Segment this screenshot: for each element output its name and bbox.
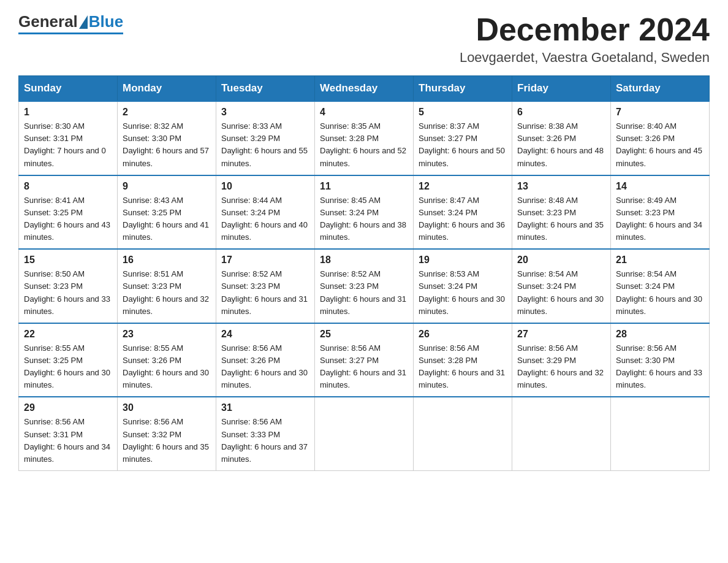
calendar-day-cell: 8Sunrise: 8:41 AMSunset: 3:25 PMDaylight…	[19, 175, 118, 250]
calendar-weekday-sunday: Sunday	[19, 76, 118, 102]
calendar-day-cell: 6Sunrise: 8:38 AMSunset: 3:26 PMDaylight…	[512, 101, 611, 175]
calendar-day-cell: 2Sunrise: 8:32 AMSunset: 3:30 PMDaylight…	[118, 101, 216, 175]
calendar-weekday-tuesday: Tuesday	[216, 76, 315, 102]
calendar-day-cell	[315, 397, 414, 470]
calendar-day-cell: 18Sunrise: 8:52 AMSunset: 3:23 PMDayligh…	[315, 249, 414, 323]
calendar-day-cell: 3Sunrise: 8:33 AMSunset: 3:29 PMDaylight…	[216, 101, 315, 175]
day-info: Sunrise: 8:56 AMSunset: 3:28 PMDaylight:…	[419, 342, 507, 392]
calendar-day-cell: 11Sunrise: 8:45 AMSunset: 3:24 PMDayligh…	[315, 175, 414, 250]
day-info: Sunrise: 8:55 AMSunset: 3:25 PMDaylight:…	[24, 342, 112, 392]
calendar-day-cell: 21Sunrise: 8:54 AMSunset: 3:24 PMDayligh…	[611, 249, 710, 323]
calendar-day-cell: 14Sunrise: 8:49 AMSunset: 3:23 PMDayligh…	[611, 175, 710, 250]
day-info: Sunrise: 8:56 AMSunset: 3:27 PMDaylight:…	[320, 342, 408, 392]
day-number: 12	[419, 181, 507, 192]
day-number: 10	[221, 181, 309, 192]
logo-blue-text: Blue	[89, 12, 123, 31]
calendar-day-cell: 24Sunrise: 8:56 AMSunset: 3:26 PMDayligh…	[216, 323, 315, 397]
calendar-day-cell: 17Sunrise: 8:52 AMSunset: 3:23 PMDayligh…	[216, 249, 315, 323]
calendar-day-cell: 20Sunrise: 8:54 AMSunset: 3:24 PMDayligh…	[512, 249, 611, 323]
day-number: 3	[221, 107, 309, 118]
day-info: Sunrise: 8:52 AMSunset: 3:23 PMDaylight:…	[221, 268, 309, 318]
day-info: Sunrise: 8:48 AMSunset: 3:23 PMDaylight:…	[517, 194, 605, 244]
day-info: Sunrise: 8:44 AMSunset: 3:24 PMDaylight:…	[221, 194, 309, 244]
day-info: Sunrise: 8:56 AMSunset: 3:31 PMDaylight:…	[24, 416, 112, 465]
calendar-week-row: 29Sunrise: 8:56 AMSunset: 3:31 PMDayligh…	[19, 397, 710, 470]
day-number: 2	[123, 107, 211, 118]
calendar-day-cell: 4Sunrise: 8:35 AMSunset: 3:28 PMDaylight…	[315, 101, 414, 175]
day-info: Sunrise: 8:35 AMSunset: 3:28 PMDaylight:…	[320, 120, 408, 170]
calendar-day-cell: 13Sunrise: 8:48 AMSunset: 3:23 PMDayligh…	[512, 175, 611, 250]
day-number: 22	[24, 329, 112, 340]
calendar-day-cell: 15Sunrise: 8:50 AMSunset: 3:23 PMDayligh…	[19, 249, 118, 323]
day-number: 14	[616, 181, 704, 192]
day-info: Sunrise: 8:37 AMSunset: 3:27 PMDaylight:…	[419, 120, 507, 170]
calendar-day-cell: 28Sunrise: 8:56 AMSunset: 3:30 PMDayligh…	[611, 323, 710, 397]
day-info: Sunrise: 8:56 AMSunset: 3:33 PMDaylight:…	[221, 416, 309, 465]
day-number: 27	[517, 329, 605, 340]
day-info: Sunrise: 8:50 AMSunset: 3:23 PMDaylight:…	[24, 268, 112, 318]
day-info: Sunrise: 8:56 AMSunset: 3:30 PMDaylight:…	[616, 342, 704, 392]
calendar-day-cell: 30Sunrise: 8:56 AMSunset: 3:32 PMDayligh…	[118, 397, 216, 470]
day-info: Sunrise: 8:53 AMSunset: 3:24 PMDaylight:…	[419, 268, 507, 318]
day-number: 15	[24, 255, 112, 266]
calendar-day-cell	[414, 397, 512, 470]
day-info: Sunrise: 8:56 AMSunset: 3:32 PMDaylight:…	[123, 416, 211, 465]
day-info: Sunrise: 8:43 AMSunset: 3:25 PMDaylight:…	[123, 194, 211, 244]
day-number: 30	[123, 402, 211, 413]
day-info: Sunrise: 8:32 AMSunset: 3:30 PMDaylight:…	[123, 120, 211, 170]
day-number: 5	[419, 107, 507, 118]
day-number: 16	[123, 255, 211, 266]
day-number: 11	[320, 181, 408, 192]
location-title: Loevgaerdet, Vaestra Goetaland, Sweden	[460, 50, 710, 66]
day-number: 29	[24, 402, 112, 413]
day-number: 9	[123, 181, 211, 192]
day-info: Sunrise: 8:33 AMSunset: 3:29 PMDaylight:…	[221, 120, 309, 170]
calendar-day-cell: 26Sunrise: 8:56 AMSunset: 3:28 PMDayligh…	[414, 323, 512, 397]
day-number: 6	[517, 107, 605, 118]
calendar-day-cell	[611, 397, 710, 470]
day-info: Sunrise: 8:51 AMSunset: 3:23 PMDaylight:…	[123, 268, 211, 318]
day-number: 1	[24, 107, 112, 118]
calendar-day-cell: 27Sunrise: 8:56 AMSunset: 3:29 PMDayligh…	[512, 323, 611, 397]
day-number: 8	[24, 181, 112, 192]
day-info: Sunrise: 8:45 AMSunset: 3:24 PMDaylight:…	[320, 194, 408, 244]
calendar-week-row: 8Sunrise: 8:41 AMSunset: 3:25 PMDaylight…	[19, 175, 710, 250]
day-info: Sunrise: 8:40 AMSunset: 3:26 PMDaylight:…	[616, 120, 704, 170]
calendar-weekday-friday: Friday	[512, 76, 611, 102]
month-title: December 2024	[460, 12, 710, 47]
day-info: Sunrise: 8:49 AMSunset: 3:23 PMDaylight:…	[616, 194, 704, 244]
day-info: Sunrise: 8:52 AMSunset: 3:23 PMDaylight:…	[320, 268, 408, 318]
day-number: 7	[616, 107, 704, 118]
calendar-day-cell: 10Sunrise: 8:44 AMSunset: 3:24 PMDayligh…	[216, 175, 315, 250]
title-section: December 2024 Loevgaerdet, Vaestra Goeta…	[460, 12, 710, 66]
calendar-day-cell: 9Sunrise: 8:43 AMSunset: 3:25 PMDaylight…	[118, 175, 216, 250]
calendar-day-cell: 25Sunrise: 8:56 AMSunset: 3:27 PMDayligh…	[315, 323, 414, 397]
day-number: 19	[419, 255, 507, 266]
calendar-weekday-wednesday: Wednesday	[315, 76, 414, 102]
day-info: Sunrise: 8:54 AMSunset: 3:24 PMDaylight:…	[517, 268, 605, 318]
day-number: 13	[517, 181, 605, 192]
day-number: 24	[221, 329, 309, 340]
day-number: 20	[517, 255, 605, 266]
page-header: General Blue December 2024 Loevgaerdet, …	[18, 12, 710, 66]
calendar-header-row: SundayMondayTuesdayWednesdayThursdayFrid…	[19, 76, 710, 102]
day-info: Sunrise: 8:54 AMSunset: 3:24 PMDaylight:…	[616, 268, 704, 318]
day-number: 28	[616, 329, 704, 340]
calendar-week-row: 15Sunrise: 8:50 AMSunset: 3:23 PMDayligh…	[19, 249, 710, 323]
logo-underline	[18, 33, 123, 34]
day-info: Sunrise: 8:56 AMSunset: 3:26 PMDaylight:…	[221, 342, 309, 392]
calendar-day-cell: 7Sunrise: 8:40 AMSunset: 3:26 PMDaylight…	[611, 101, 710, 175]
day-number: 23	[123, 329, 211, 340]
day-number: 31	[221, 402, 309, 413]
calendar-weekday-thursday: Thursday	[414, 76, 512, 102]
day-number: 18	[320, 255, 408, 266]
calendar-day-cell: 23Sunrise: 8:55 AMSunset: 3:26 PMDayligh…	[118, 323, 216, 397]
calendar-day-cell: 31Sunrise: 8:56 AMSunset: 3:33 PMDayligh…	[216, 397, 315, 470]
calendar-day-cell: 29Sunrise: 8:56 AMSunset: 3:31 PMDayligh…	[19, 397, 118, 470]
calendar-week-row: 22Sunrise: 8:55 AMSunset: 3:25 PMDayligh…	[19, 323, 710, 397]
calendar-table: SundayMondayTuesdayWednesdayThursdayFrid…	[18, 75, 710, 471]
day-info: Sunrise: 8:38 AMSunset: 3:26 PMDaylight:…	[517, 120, 605, 170]
day-info: Sunrise: 8:30 AMSunset: 3:31 PMDaylight:…	[24, 120, 112, 170]
calendar-week-row: 1Sunrise: 8:30 AMSunset: 3:31 PMDaylight…	[19, 101, 710, 175]
day-number: 25	[320, 329, 408, 340]
